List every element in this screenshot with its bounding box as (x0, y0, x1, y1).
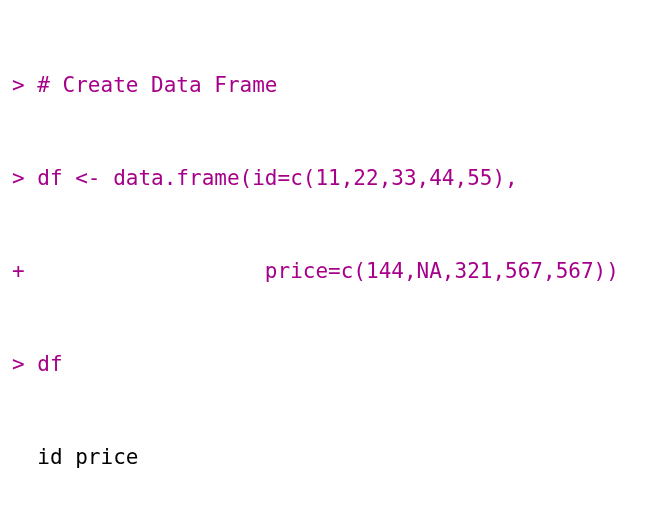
console-line: > # Create Data Frame (12, 70, 658, 101)
console-line: > df (12, 349, 658, 380)
console-output: id price (12, 442, 658, 473)
console-line: + price=c(144,NA,321,567,567)) (12, 256, 658, 287)
r-console[interactable]: > # Create Data Frame > df <- data.frame… (0, 0, 670, 514)
console-line: > df <- data.frame(id=c(11,22,33,44,55), (12, 163, 658, 194)
